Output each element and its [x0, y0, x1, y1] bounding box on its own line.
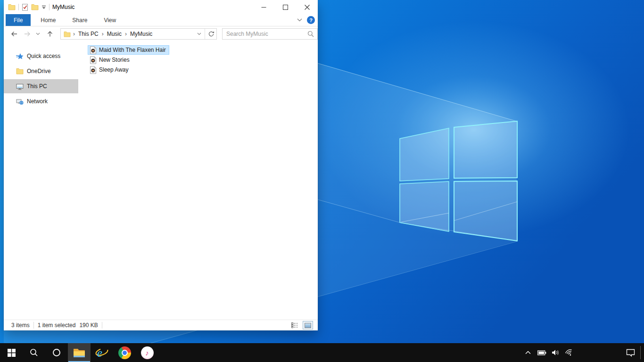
sidebar-item-label: Network	[27, 98, 48, 105]
ribbon-tab-row: File Home Share View ?	[4, 14, 318, 26]
battery-icon[interactable]	[537, 343, 546, 362]
separator	[205, 29, 205, 39]
minimize-button[interactable]	[253, 0, 274, 14]
folder-icon	[64, 31, 71, 37]
address-row: › This PC › Music › MyMusic	[4, 26, 318, 41]
breadcrumb-music[interactable]: Music	[104, 29, 124, 39]
separator	[49, 4, 50, 10]
tab-file[interactable]: File	[6, 14, 31, 26]
navigation-pane: Quick access OneDrive This PC Network	[4, 41, 78, 320]
window-controls	[253, 0, 318, 14]
up-icon[interactable]	[45, 30, 55, 38]
taskbar-file-explorer-button[interactable]	[68, 343, 91, 362]
window-title: MyMusic	[52, 4, 74, 10]
quick-access-star-icon	[16, 53, 24, 60]
taskbar-search-button[interactable]	[23, 343, 45, 362]
system-tray	[523, 343, 574, 362]
back-icon[interactable]	[9, 30, 19, 38]
separator	[18, 4, 19, 10]
file-item[interactable]: Sleep Away	[88, 65, 132, 74]
tab-view[interactable]: View	[97, 14, 123, 26]
sidebar-item-network[interactable]: Network	[4, 94, 78, 108]
file-name: Maid With The Flaxen Hair	[99, 47, 166, 53]
sidebar-item-onedrive[interactable]: OneDrive	[4, 64, 78, 78]
tab-share[interactable]: Share	[66, 14, 94, 26]
breadcrumb-mymusic[interactable]: MyMusic	[127, 29, 155, 39]
file-list: Maid With The Flaxen Hair New Stories Sl…	[78, 41, 318, 320]
show-desktop-button[interactable]	[640, 346, 641, 359]
cortana-icon	[52, 348, 61, 357]
separator	[102, 322, 102, 329]
address-bar[interactable]: › This PC › Music › MyMusic	[60, 28, 217, 40]
volume-icon[interactable]	[551, 343, 560, 362]
close-button[interactable]	[296, 0, 318, 14]
file-explorer-window: MyMusic File Home Share View ? › This PC…	[4, 0, 318, 330]
chrome-icon	[118, 346, 131, 359]
forward-icon[interactable]	[23, 30, 32, 38]
itunes-icon: ♪	[141, 346, 154, 359]
help-icon[interactable]: ?	[307, 16, 315, 24]
file-explorer-icon	[73, 348, 85, 358]
properties-check-icon[interactable]	[22, 4, 28, 11]
audio-file-icon	[90, 56, 97, 64]
quick-access-toolbar	[4, 4, 50, 11]
internet-explorer-button[interactable]: e	[91, 343, 113, 362]
thumbnail-view-icon[interactable]	[303, 321, 313, 329]
file-item[interactable]: Maid With The Flaxen Hair	[88, 45, 169, 55]
recent-locations-chevron-icon[interactable]	[35, 33, 41, 35]
title-bar[interactable]: MyMusic	[4, 0, 318, 14]
sidebar-item-label: OneDrive	[27, 68, 51, 74]
file-item[interactable]: New Stories	[88, 55, 133, 65]
file-name: New Stories	[99, 57, 130, 63]
sidebar-item-quick-access[interactable]: Quick access	[4, 49, 78, 63]
audio-file-icon	[90, 46, 97, 54]
sidebar-item-label: This PC	[27, 83, 47, 90]
sidebar-item-label: Quick access	[27, 53, 60, 59]
tray-chevron-up-icon[interactable]	[523, 343, 533, 362]
expand-ribbon-chevron-icon[interactable]	[297, 18, 302, 22]
status-bar: 3 items 1 item selected 190 KB	[4, 320, 318, 330]
window-body: Quick access OneDrive This PC Network Ma…	[4, 41, 318, 320]
action-center-button[interactable]	[622, 343, 638, 362]
new-folder-icon[interactable]	[31, 4, 39, 10]
start-button[interactable]	[0, 343, 23, 362]
start-icon	[8, 349, 16, 357]
status-selection-size: 190 KB	[79, 322, 101, 329]
wifi-icon[interactable]	[564, 343, 574, 362]
itunes-button[interactable]: ♪	[136, 343, 158, 362]
this-pc-monitor-icon	[16, 83, 24, 90]
tab-home[interactable]: Home	[34, 14, 62, 26]
details-view-icon[interactable]	[289, 321, 300, 329]
taskbar: e ♪	[0, 343, 644, 362]
search-icon	[30, 348, 38, 357]
cortana-button[interactable]	[45, 343, 68, 362]
app-folder-icon	[8, 4, 16, 10]
refresh-icon[interactable]	[206, 31, 216, 37]
network-icon	[16, 98, 24, 105]
svg-text:e: e	[97, 346, 102, 359]
onedrive-folder-icon	[16, 68, 24, 74]
magnifier-icon[interactable]	[304, 31, 317, 37]
status-item-count: 3 items	[4, 322, 33, 329]
file-name: Sleep Away	[99, 66, 129, 73]
audio-file-icon	[90, 66, 97, 74]
search-box	[222, 28, 318, 40]
action-center-icon	[626, 349, 635, 357]
search-input[interactable]	[223, 29, 304, 39]
address-dropdown-chevron-icon[interactable]	[194, 33, 204, 35]
status-selection-info: 1 item selected	[34, 322, 80, 329]
qat-dropdown-icon[interactable]	[41, 5, 46, 9]
music-note-icon: ♪	[145, 349, 149, 356]
maximize-button[interactable]	[274, 0, 296, 14]
breadcrumb-this-pc[interactable]: This PC	[75, 29, 101, 39]
internet-explorer-icon: e	[95, 346, 109, 360]
sidebar-item-this-pc[interactable]: This PC	[4, 79, 78, 93]
chrome-button[interactable]	[113, 343, 136, 362]
